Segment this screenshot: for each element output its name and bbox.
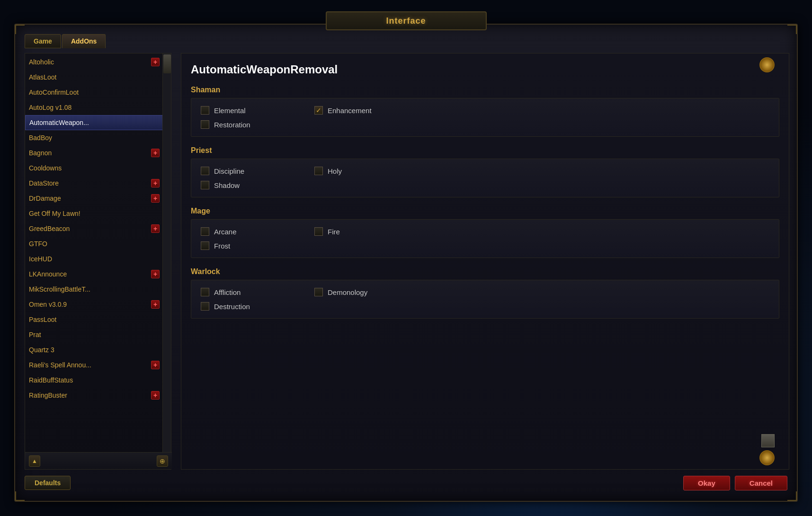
left-panel-bottom-icons: ▲ ⊕: [25, 452, 172, 469]
checkbox-item-destruction[interactable]: Destruction: [201, 302, 295, 311]
addon-expand-btn-greedbeacon[interactable]: +: [151, 224, 160, 233]
addon-list-item-prat[interactable]: Prat: [25, 327, 163, 342]
checkbox-label-enhancement: Enhancement: [328, 107, 372, 115]
addon-list-item-omen[interactable]: Omen v3.0.9+: [25, 297, 163, 312]
bottom-bar: Defaults Okay Cancel: [25, 474, 787, 491]
addon-list-item-passloot[interactable]: PassLoot: [25, 312, 163, 327]
section-label-mage: Mage: [191, 207, 779, 215]
scroll-up-icon[interactable]: ▲: [29, 455, 40, 467]
addon-item-label-passloot: PassLoot: [29, 316, 160, 323]
checkbox-item-elemental[interactable]: Elemental: [201, 106, 295, 115]
scroll-thumb[interactable]: [163, 54, 171, 73]
checkbox-item-frost[interactable]: Frost: [201, 241, 295, 250]
checkbox-item-restoration[interactable]: Restoration: [201, 120, 295, 129]
addon-expand-btn-datastore[interactable]: +: [151, 179, 160, 187]
addon-list-item-automaticweapon[interactable]: AutomaticWeapon...: [25, 115, 163, 130]
section-box-mage: ArcaneFireFrost: [191, 219, 779, 258]
addon-list-item-badboy[interactable]: BadBoy: [25, 130, 163, 145]
addon-list-item-raidbuffstatus[interactable]: RaidBuffStatus: [25, 373, 163, 388]
addon-list-item-datastore[interactable]: DataStore+: [25, 176, 163, 191]
checkbox-destruction[interactable]: [201, 302, 209, 311]
checkbox-item-arcane[interactable]: Arcane: [201, 227, 295, 236]
addon-expand-btn-ratingbuster[interactable]: +: [151, 391, 160, 400]
checkbox-label-restoration: Restoration: [214, 121, 250, 129]
addon-list-item-gtfo[interactable]: GTFO: [25, 236, 163, 251]
checkbox-enhancement[interactable]: ✓: [314, 106, 323, 115]
checkbox-shadow[interactable]: [201, 181, 209, 189]
checkbox-label-demonology: Demonology: [328, 288, 367, 296]
settings-icon-top[interactable]: [759, 57, 775, 72]
tab-addons[interactable]: AddOns: [62, 34, 106, 48]
checkmark-enhancement: ✓: [316, 107, 321, 114]
addon-expand-btn-altoholic[interactable]: +: [151, 58, 160, 66]
cancel-button[interactable]: Cancel: [735, 476, 787, 490]
addon-list-item-autolog[interactable]: AutoLog v1.08: [25, 100, 163, 115]
checkbox-discipline[interactable]: [201, 167, 209, 175]
checkbox-item-fire[interactable]: Fire: [314, 227, 409, 236]
addon-item-label-automaticweapon: AutomaticWeapon...: [29, 119, 159, 126]
map-icon[interactable]: ⊕: [157, 455, 168, 467]
addon-list-item-quartz[interactable]: Quartz 3: [25, 342, 163, 357]
corner-decoration-br: [787, 491, 797, 501]
addon-list-item-getoffmylawn[interactable]: Get Off My Lawn!: [25, 206, 163, 221]
checkbox-item-enhancement[interactable]: ✓Enhancement: [314, 106, 409, 115]
checkbox-demonology[interactable]: [314, 288, 323, 296]
addon-list-item-autoconfirmloot[interactable]: AutoConfirmLoot: [25, 85, 163, 100]
interface-dialog: Interface Game AddOns Altoholic+AtlasLoo…: [14, 24, 798, 502]
settings-icon-bottom[interactable]: [759, 450, 775, 465]
checkbox-restoration[interactable]: [201, 120, 209, 129]
addon-list-item-cooldowns[interactable]: Cooldowns: [25, 160, 163, 176]
checkbox-holy[interactable]: [314, 167, 323, 175]
addon-item-label-ratingbuster: RatingBuster: [29, 391, 149, 399]
title-bar: Interface: [326, 11, 487, 30]
addon-item-label-raidbuffstatus: RaidBuffStatus: [29, 376, 160, 384]
addon-list-item-bagnon[interactable]: Bagnon+: [25, 145, 163, 160]
addon-list-item-lkannounce[interactable]: LKAnnounce+: [25, 267, 163, 282]
checkbox-affliction[interactable]: [201, 288, 209, 296]
okay-button[interactable]: Okay: [683, 476, 730, 490]
addon-expand-btn-raeli[interactable]: +: [151, 361, 160, 369]
checkbox-item-discipline[interactable]: Discipline: [201, 167, 295, 175]
addon-list-item-raeli[interactable]: Raeli's Spell Annou...+: [25, 357, 163, 373]
defaults-button[interactable]: Defaults: [25, 476, 71, 490]
checkbox-label-shadow: Shadow: [214, 181, 240, 189]
checkbox-item-holy[interactable]: Holy: [314, 167, 409, 175]
addon-expand-btn-lkannounce[interactable]: +: [151, 270, 160, 278]
corner-decoration-tl: [15, 25, 25, 34]
checkbox-label-elemental: Elemental: [214, 107, 246, 115]
section-box-warlock: AfflictionDemonologyDestruction: [191, 280, 779, 319]
checkbox-label-fire: Fire: [328, 228, 340, 236]
addon-expand-btn-drdamage[interactable]: +: [151, 194, 160, 203]
addon-expand-btn-bagnon[interactable]: +: [151, 149, 160, 157]
addon-list-item-mikscrolling[interactable]: MikScrollingBattleT...: [25, 282, 163, 297]
addon-expand-btn-omen[interactable]: +: [151, 300, 160, 309]
checkbox-item-affliction[interactable]: Affliction: [201, 288, 295, 296]
checkbox-arcane[interactable]: [201, 227, 209, 236]
checkbox-item-demonology[interactable]: Demonology: [314, 288, 409, 296]
addon-list: Altoholic+AtlasLootAutoConfirmLootAutoLo…: [25, 53, 163, 469]
addon-item-label-autolog: AutoLog v1.08: [29, 104, 160, 111]
checkbox-fire[interactable]: [314, 227, 323, 236]
addon-list-item-greedbeacon[interactable]: GreedBeacon+: [25, 221, 163, 236]
tab-game[interactable]: Game: [25, 34, 61, 48]
addon-list-item-drdamage[interactable]: DrDamage+: [25, 191, 163, 206]
addon-list-panel: Altoholic+AtlasLootAutoConfirmLootAutoLo…: [25, 53, 171, 470]
checkbox-row: Shadow: [201, 181, 769, 189]
addon-item-label-atlasloot: AtlasLoot: [29, 73, 160, 81]
left-scrollbar[interactable]: [162, 53, 171, 469]
sections-container: ShamanElemental✓EnhancementRestorationPr…: [191, 86, 779, 319]
addon-list-item-altoholic[interactable]: Altoholic+: [25, 54, 163, 70]
addon-item-label-icehud: IceHUD: [29, 255, 160, 263]
checkbox-row: Elemental✓Enhancement: [201, 106, 769, 115]
checkbox-label-discipline: Discipline: [214, 167, 244, 175]
addon-item-label-omen: Omen v3.0.9: [29, 301, 149, 308]
addon-list-item-ratingbuster[interactable]: RatingBuster+: [25, 388, 163, 403]
checkbox-row: DisciplineHoly: [201, 167, 769, 175]
checkbox-elemental[interactable]: [201, 106, 209, 115]
checkbox-item-shadow[interactable]: Shadow: [201, 181, 295, 189]
section-label-warlock: Warlock: [191, 267, 779, 276]
addon-list-item-atlasloot[interactable]: AtlasLoot: [25, 70, 163, 85]
addon-item-label-prat: Prat: [29, 331, 160, 338]
addon-list-item-icehud[interactable]: IceHUD: [25, 251, 163, 267]
checkbox-frost[interactable]: [201, 241, 209, 250]
